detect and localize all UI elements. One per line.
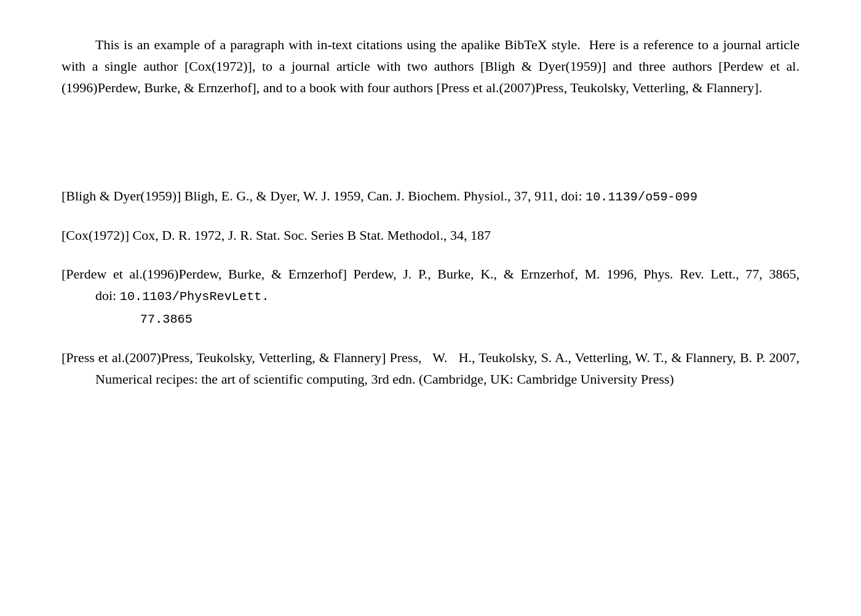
reference-entry-perdew: [Perdew et al.(1996)Perdew, Burke, & Ern… xyxy=(62,263,800,330)
ref-key-cox: [Cox(1972)] xyxy=(62,227,132,243)
ref-body-press: [Press et al.(2007)Press, Teukolsky, Vet… xyxy=(62,347,800,390)
ref-body-perdew: [Perdew et al.(1996)Perdew, Burke, & Ern… xyxy=(62,263,800,330)
ref-key-bligh: [Bligh & Dyer(1959)] xyxy=(62,188,184,203)
ref-body-bligh: [Bligh & Dyer(1959)] Bligh, E. G., & Dye… xyxy=(62,185,800,207)
ref-key-press: [Press et al.(2007)Press, Teukolsky, Vet… xyxy=(62,350,390,365)
ref-doi-perdew: 10.1103/PhysRevLett. 77.3865 xyxy=(95,290,269,326)
page-container: This is an example of a paragraph with i… xyxy=(0,0,861,616)
spacer xyxy=(62,136,800,173)
ref-text-bligh: Bligh, E. G., & Dyer, W. J. 1959, Can. J… xyxy=(184,188,697,203)
reference-entry-press: [Press et al.(2007)Press, Teukolsky, Vet… xyxy=(62,347,800,390)
intro-paragraph: This is an example of a paragraph with i… xyxy=(62,34,800,99)
reference-entry-cox: [Cox(1972)] Cox, D. R. 1972, J. R. Stat.… xyxy=(62,224,800,246)
ref-body-cox: [Cox(1972)] Cox, D. R. 1972, J. R. Stat.… xyxy=(62,224,800,246)
ref-doi-bligh: 10.1139/o59-099 xyxy=(585,190,697,204)
reference-word: reference xyxy=(643,37,694,52)
references-section: [Bligh & Dyer(1959)] Bligh, E. G., & Dye… xyxy=(62,185,800,390)
ref-key-perdew: [Perdew et al.(1996)Perdew, Burke, & Ern… xyxy=(62,266,354,282)
reference-entry-bligh: [Bligh & Dyer(1959)] Bligh, E. G., & Dye… xyxy=(62,185,800,207)
ref-text-cox: Cox, D. R. 1972, J. R. Stat. Soc. Series… xyxy=(132,227,490,243)
